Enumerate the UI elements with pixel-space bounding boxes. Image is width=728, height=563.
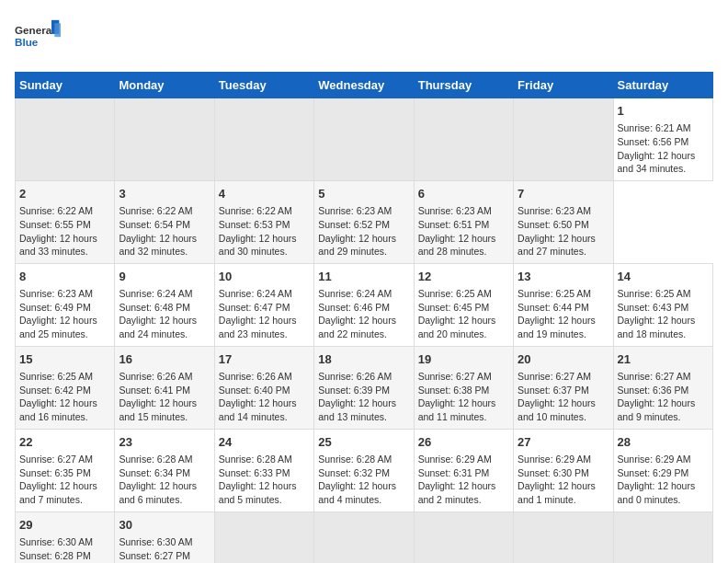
sunset-text: Sunset: 6:51 PM [418,219,490,230]
calendar-cell: 20Sunrise: 6:27 AMSunset: 6:37 PMDayligh… [514,346,613,429]
sunset-text: Sunset: 6:50 PM [518,219,589,230]
page-header: General Blue [15,15,713,61]
calendar-cell: 15Sunrise: 6:25 AMSunset: 6:42 PMDayligh… [16,346,115,429]
day-number: 3 [119,186,210,202]
sunset-text: Sunset: 6:40 PM [219,385,290,396]
day-number: 13 [518,269,609,285]
day-number: 19 [418,351,509,368]
calendar-cell: 9Sunrise: 6:24 AMSunset: 6:48 PMDaylight… [115,263,214,346]
day-number: 20 [518,351,609,368]
sunrise-text: Sunrise: 6:28 AM [318,454,392,465]
sunrise-text: Sunrise: 6:27 AM [418,371,492,382]
sunset-text: Sunset: 6:43 PM [618,302,689,313]
daylight-text: Daylight: 12 hours and 28 minutes. [418,233,496,258]
daylight-text: Daylight: 12 hours and 32 minutes. [119,233,197,258]
day-number: 15 [19,351,110,368]
logo: General Blue [15,15,61,61]
day-number: 14 [618,269,709,285]
sunrise-text: Sunrise: 6:27 AM [618,371,691,382]
col-header-thursday: Thursday [414,73,513,98]
daylight-text: Daylight: 12 hours and 20 minutes. [418,315,496,339]
calendar-cell: 22Sunrise: 6:27 AMSunset: 6:35 PMDayligh… [16,429,115,511]
calendar-cell: 25Sunrise: 6:28 AMSunset: 6:32 PMDayligh… [314,429,414,511]
sunrise-text: Sunrise: 6:27 AM [518,371,591,382]
daylight-text: Daylight: 12 hours and 16 minutes. [19,397,97,422]
sunrise-text: Sunrise: 6:22 AM [119,205,192,216]
calendar-cell [414,511,513,563]
daylight-text: Daylight: 12 hours and 10 minutes. [518,397,596,422]
calendar-cell: 18Sunrise: 6:26 AMSunset: 6:39 PMDayligh… [314,346,414,429]
sunrise-text: Sunrise: 6:30 AM [19,536,93,547]
daylight-text: Daylight: 12 hours and 2 minutes. [418,480,496,505]
calendar-cell: 23Sunrise: 6:28 AMSunset: 6:34 PMDayligh… [115,429,214,511]
calendar-cell [214,511,313,563]
sunrise-text: Sunrise: 6:30 AM [119,536,192,547]
sunrise-text: Sunrise: 6:23 AM [518,205,591,216]
daylight-text: Daylight: 12 hours and 7 minutes. [19,480,97,505]
calendar-cell: 5Sunrise: 6:23 AMSunset: 6:52 PMDaylight… [314,180,414,263]
daylight-text: Daylight: 12 hours and 6 minutes. [119,480,197,505]
sunrise-text: Sunrise: 6:25 AM [518,288,591,299]
calendar-cell-empty [314,98,414,181]
daylight-text: Daylight: 12 hours and 29 minutes. [318,233,396,258]
sunrise-text: Sunrise: 6:29 AM [618,454,691,465]
logo-svg: General Blue [15,15,61,61]
col-header-friday: Friday [514,73,613,98]
svg-marker-3 [54,23,61,37]
sunset-text: Sunset: 6:28 PM [19,550,91,561]
calendar-cell: 6Sunrise: 6:23 AMSunset: 6:51 PMDaylight… [414,180,513,263]
svg-text:General: General [15,24,54,36]
calendar-cell [314,511,414,563]
day-number: 30 [119,517,210,534]
sunrise-text: Sunrise: 6:23 AM [19,288,93,299]
sunset-text: Sunset: 6:45 PM [418,302,490,313]
col-header-wednesday: Wednesday [314,73,414,98]
day-number: 17 [219,351,310,368]
day-number: 26 [418,434,509,451]
calendar-cell: 27Sunrise: 6:29 AMSunset: 6:30 PMDayligh… [514,429,613,511]
day-number: 1 [618,103,709,120]
calendar-cell: 21Sunrise: 6:27 AMSunset: 6:36 PMDayligh… [613,346,712,429]
calendar-cell-empty [115,98,214,181]
col-header-tuesday: Tuesday [214,73,313,98]
day-number: 23 [119,434,210,451]
calendar-cell: 17Sunrise: 6:26 AMSunset: 6:40 PMDayligh… [214,346,313,429]
calendar-cell: 24Sunrise: 6:28 AMSunset: 6:33 PMDayligh… [214,429,313,511]
sunrise-text: Sunrise: 6:29 AM [418,454,492,465]
calendar-cell: 26Sunrise: 6:29 AMSunset: 6:31 PMDayligh… [414,429,513,511]
sunset-text: Sunset: 6:34 PM [119,467,190,478]
sunset-text: Sunset: 6:42 PM [19,385,91,396]
sunrise-text: Sunrise: 6:22 AM [19,205,93,216]
daylight-text: Daylight: 12 hours and 11 minutes. [418,397,496,422]
calendar-cell: 19Sunrise: 6:27 AMSunset: 6:38 PMDayligh… [414,346,513,429]
day-number: 5 [318,186,409,202]
daylight-text: Daylight: 12 hours and 15 minutes. [119,397,197,422]
daylight-text: Daylight: 12 hours and 24 minutes. [119,315,197,339]
sunset-text: Sunset: 6:27 PM [119,550,190,561]
sunset-text: Sunset: 6:48 PM [119,302,190,313]
calendar-cell: 29Sunrise: 6:30 AMSunset: 6:28 PMDayligh… [16,511,115,563]
sunrise-text: Sunrise: 6:26 AM [119,371,192,382]
sunrise-text: Sunrise: 6:23 AM [418,205,492,216]
day-number: 11 [318,269,409,285]
sunrise-text: Sunrise: 6:27 AM [19,454,93,465]
calendar-cell-empty [514,98,613,181]
sunrise-text: Sunrise: 6:23 AM [318,205,392,216]
sunset-text: Sunset: 6:33 PM [219,467,290,478]
day-number: 25 [318,434,409,451]
calendar-cell-empty [16,98,115,181]
day-number: 28 [618,434,709,451]
day-number: 10 [219,269,310,285]
daylight-text: Daylight: 12 hours and 1 minute. [518,480,596,505]
calendar-cell: 30Sunrise: 6:30 AMSunset: 6:27 PMDayligh… [115,511,214,563]
sunrise-text: Sunrise: 6:24 AM [318,288,392,299]
col-header-sunday: Sunday [16,73,115,98]
day-number: 24 [219,434,310,451]
daylight-text: Daylight: 12 hours and 9 minutes. [618,397,696,422]
day-number: 7 [518,186,609,202]
day-number: 4 [219,186,310,202]
sunrise-text: Sunrise: 6:24 AM [119,288,192,299]
sunrise-text: Sunrise: 6:28 AM [119,454,192,465]
sunrise-text: Sunrise: 6:29 AM [518,454,591,465]
calendar-cell-empty [214,98,313,181]
